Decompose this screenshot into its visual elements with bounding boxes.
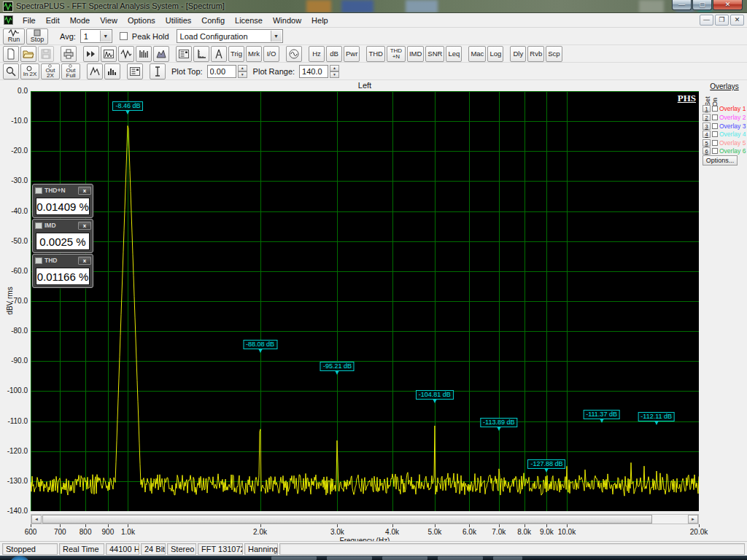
overlay-3-set-button[interactable]: 3 bbox=[703, 122, 711, 130]
peak-hold-checkbox[interactable] bbox=[120, 32, 128, 40]
zoom-button[interactable] bbox=[3, 63, 19, 79]
menu-file[interactable]: File bbox=[18, 14, 41, 27]
playback-button[interactable] bbox=[83, 46, 99, 62]
maximize-button[interactable]: ▢ bbox=[692, 0, 712, 10]
menu-mode[interactable]: Mode bbox=[65, 14, 96, 27]
taskbar-button[interactable] bbox=[493, 556, 522, 560]
taskbar-button[interactable] bbox=[382, 556, 427, 560]
taskbar-button[interactable] bbox=[327, 556, 372, 560]
overlays-options-button[interactable]: Options... bbox=[703, 155, 738, 166]
plot-range-down-icon[interactable]: ▼ bbox=[330, 71, 339, 78]
thd-n-close-icon[interactable]: x bbox=[78, 187, 91, 195]
menu-edit[interactable]: Edit bbox=[41, 14, 65, 27]
thd-button[interactable]: THD bbox=[366, 46, 385, 62]
overlay-5-checkbox[interactable] bbox=[712, 140, 718, 146]
overlay-2-set-button[interactable]: 2 bbox=[703, 114, 711, 121]
avg-select[interactable]: 1 ▼ bbox=[80, 29, 112, 43]
signal-generator-button[interactable] bbox=[286, 46, 302, 62]
zoom-out-full-button[interactable]: Out Full bbox=[61, 63, 80, 79]
overlay-5-set-button[interactable]: 5 bbox=[703, 139, 711, 147]
spectrum-view-button[interactable] bbox=[101, 46, 117, 62]
thd-window[interactable]: THD x 0.01166 % bbox=[32, 254, 93, 288]
processing-settings-button[interactable] bbox=[176, 46, 192, 62]
overlay-1-checkbox[interactable] bbox=[712, 106, 718, 112]
imd-close-icon[interactable]: x bbox=[78, 222, 91, 230]
spectrogram-view-button[interactable] bbox=[136, 46, 152, 62]
imd-titlebar[interactable]: IMD x bbox=[33, 219, 93, 230]
mdi-close-button[interactable]: ✕ bbox=[730, 15, 744, 26]
plot-range-input[interactable] bbox=[299, 65, 328, 78]
imd-window[interactable]: IMD x 0.0025 % bbox=[32, 219, 93, 253]
display-options-button[interactable] bbox=[127, 63, 143, 79]
menu-options[interactable]: Options bbox=[123, 14, 160, 27]
title-bar[interactable]: SpectraPLUS - FFT Spectral Analysis Syst… bbox=[0, 0, 747, 13]
scaling-button[interactable] bbox=[193, 46, 209, 62]
open-file-button[interactable] bbox=[20, 46, 36, 62]
taskbar-button[interactable] bbox=[438, 556, 483, 560]
minimize-button[interactable]: — bbox=[672, 0, 692, 10]
close-button[interactable]: ✕ bbox=[713, 0, 743, 10]
start-orb-icon[interactable] bbox=[10, 556, 29, 560]
thd-titlebar[interactable]: THD x bbox=[33, 254, 93, 265]
imd-button[interactable]: IMD bbox=[407, 46, 424, 62]
windows-taskbar[interactable] bbox=[0, 556, 747, 560]
macro-button[interactable]: Mac bbox=[468, 46, 486, 62]
thd-plus-n-button[interactable]: THD +N bbox=[387, 46, 406, 62]
plot-range-up-icon[interactable]: ▲ bbox=[330, 65, 339, 71]
cursor-readout-button[interactable] bbox=[150, 63, 166, 79]
menu-window[interactable]: Window bbox=[268, 14, 306, 27]
run-button[interactable]: Run bbox=[3, 28, 25, 44]
overlay-2-checkbox[interactable] bbox=[712, 114, 718, 120]
scope-button[interactable]: Scp bbox=[546, 46, 562, 62]
plot-top-up-icon[interactable]: ▲ bbox=[238, 65, 247, 71]
snr-button[interactable]: SNR bbox=[425, 46, 444, 62]
menu-license[interactable]: License bbox=[230, 14, 268, 27]
print-button[interactable] bbox=[61, 46, 77, 62]
surface-view-button[interactable] bbox=[153, 46, 169, 62]
bar-display-button[interactable] bbox=[104, 63, 120, 79]
overlay-4-set-button[interactable]: 4 bbox=[703, 131, 711, 138]
new-file-button[interactable] bbox=[3, 46, 19, 62]
stop-button[interactable]: Stop bbox=[26, 28, 48, 44]
load-configuration-select[interactable]: Load Configuration ▼ bbox=[177, 29, 283, 43]
plot-range-spinner[interactable]: ▲▼ bbox=[330, 65, 339, 78]
frequency-units-button[interactable]: Hz bbox=[309, 46, 325, 62]
calibration-button[interactable] bbox=[211, 46, 227, 62]
markers-button[interactable]: Mrk bbox=[246, 46, 262, 62]
zoom-in-2x-button[interactable]: In 2X bbox=[20, 63, 39, 79]
zoom-out-2x-button[interactable]: Out 2X bbox=[41, 63, 60, 79]
scroll-right-icon[interactable]: ► bbox=[688, 515, 698, 524]
overlay-6-checkbox[interactable] bbox=[712, 148, 718, 154]
power-units-button[interactable]: Pwr bbox=[344, 46, 360, 62]
overlay-3-checkbox[interactable] bbox=[712, 123, 718, 129]
plot-area[interactable]: PHS -8.46 dB-88.08 dB-95.21 dB-104.81 dB… bbox=[31, 91, 699, 511]
menu-view[interactable]: View bbox=[95, 14, 123, 27]
overlay-4-checkbox[interactable] bbox=[712, 131, 718, 137]
peak-curve-button[interactable] bbox=[87, 63, 103, 79]
thd-n-window[interactable]: THD+N x 0.01409 % bbox=[32, 184, 93, 218]
menu-utilities[interactable]: Utilities bbox=[160, 14, 196, 27]
save-file-button[interactable] bbox=[38, 46, 54, 62]
reverb-button[interactable]: Rvb bbox=[527, 46, 544, 62]
logging-button[interactable]: Log bbox=[487, 46, 503, 62]
mdi-minimize-button[interactable]: — bbox=[700, 15, 713, 26]
plot-top-input[interactable] bbox=[207, 65, 236, 78]
scroll-left-icon[interactable]: ◄ bbox=[31, 515, 42, 524]
decibels-button[interactable]: dB bbox=[326, 46, 342, 62]
plot-top-down-icon[interactable]: ▼ bbox=[238, 71, 247, 78]
scrollbar-thumb[interactable] bbox=[42, 515, 652, 524]
menu-help[interactable]: Help bbox=[306, 14, 333, 27]
thd-n-titlebar[interactable]: THD+N x bbox=[33, 184, 93, 195]
overlay-6-set-button[interactable]: 6 bbox=[703, 147, 711, 155]
time-series-view-button[interactable] bbox=[118, 46, 134, 62]
frequency-scrollbar[interactable]: ◄ ► bbox=[31, 514, 699, 524]
trigger-button[interactable]: Trig bbox=[228, 46, 244, 62]
overlay-1-set-button[interactable]: 1 bbox=[703, 105, 711, 112]
plot-top-spinner[interactable]: ▲▼ bbox=[238, 65, 247, 78]
mdi-system-icon[interactable] bbox=[4, 15, 13, 25]
mdi-restore-button[interactable]: ❐ bbox=[715, 15, 729, 26]
leq-button[interactable]: Leq bbox=[446, 46, 462, 62]
taskbar-button[interactable] bbox=[271, 556, 317, 560]
io-device-button[interactable]: I/O bbox=[263, 46, 279, 62]
thd-close-icon[interactable]: x bbox=[78, 257, 91, 265]
